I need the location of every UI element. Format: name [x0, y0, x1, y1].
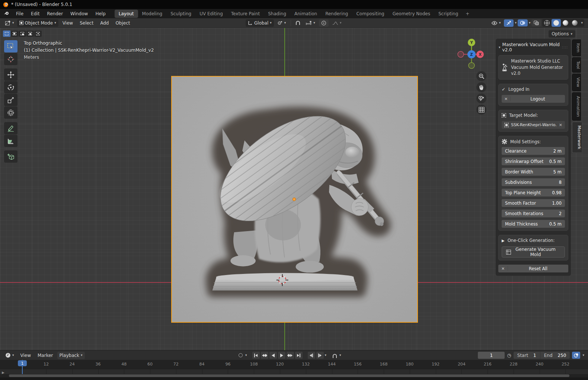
pivot-point-selector[interactable]: ▾	[275, 19, 288, 26]
tool-move[interactable]	[4, 68, 17, 81]
timeline-editor-selector[interactable]: ▾	[3, 351, 16, 359]
show-overlays-toggle[interactable]	[518, 19, 528, 26]
prev-keyframe-button[interactable]	[261, 352, 268, 359]
sidebar-tab[interactable]: Animation	[572, 92, 581, 121]
tool-scale[interactable]	[4, 94, 17, 106]
panel-header[interactable]: ▾ Masterwork Vacuum Mold v2.0 ::::	[498, 41, 568, 55]
chevron-down-icon[interactable]: ▾	[582, 354, 584, 357]
workspace-tab[interactable]: Compositing	[352, 10, 388, 18]
proportional-editing-toggle[interactable]	[319, 19, 329, 27]
shading-material-button[interactable]	[561, 19, 570, 27]
app-menu-button[interactable]	[0, 11, 12, 16]
viewport-menu-item[interactable]: Object	[112, 19, 133, 27]
viewport-3d[interactable]: Top Orthographic (1) Collection | SSK-Re…	[0, 28, 588, 350]
sidebar-tab[interactable]: Item	[572, 39, 581, 56]
next-keyframe-button[interactable]	[287, 352, 294, 359]
sidebar-tab[interactable]: Tool	[572, 57, 581, 73]
chevron-down-icon[interactable]: ▾	[579, 21, 584, 25]
workspace-tab[interactable]: Animation	[290, 10, 321, 18]
add-workspace-button[interactable]: +	[462, 10, 473, 17]
sidebar-tab[interactable]: Masterwork	[572, 122, 582, 153]
workspace-tab[interactable]: Texture Paint	[227, 10, 264, 18]
logout-button[interactable]: × Logout	[502, 95, 565, 103]
setting-slider[interactable]: Subdivisions 8	[502, 178, 565, 186]
timeline-scrollbar[interactable]	[0, 374, 588, 377]
snap-toggle[interactable]	[294, 20, 302, 26]
workspace-tab[interactable]: Layout	[115, 10, 138, 18]
scrollbar-thumb[interactable]	[9, 374, 569, 377]
proportional-falloff-selector[interactable]: ▾	[330, 20, 344, 26]
reset-all-button[interactable]: × Reset All	[498, 265, 568, 272]
y-negative-ball[interactable]	[469, 63, 474, 68]
expand-channel-icon[interactable]: ▶	[2, 371, 4, 374]
xray-toggle[interactable]	[531, 19, 541, 26]
jump-to-end-button[interactable]	[295, 352, 303, 359]
sidebar-tab[interactable]: View	[572, 74, 581, 91]
select-intersect-button[interactable]	[34, 31, 42, 37]
menu-item[interactable]: Help	[92, 10, 109, 17]
chevron-down-icon[interactable]: ▾	[529, 21, 531, 25]
start-frame-field[interactable]: Start 1	[514, 352, 540, 359]
mode-selector[interactable]: Object Mode ▾	[17, 19, 58, 27]
navigation-gizmo[interactable]: Y X Z	[456, 39, 487, 70]
end-frame-field[interactable]: End 250	[540, 352, 570, 359]
setting-slider[interactable]: Smooth Iterations 2	[502, 210, 565, 217]
keying-set-button[interactable]	[572, 352, 580, 359]
chevron-down-icon[interactable]: ▾	[515, 21, 517, 25]
menu-item[interactable]: Edit	[27, 10, 43, 17]
chevron-down-icon[interactable]: ▾	[339, 354, 341, 357]
vacuum-mold-object[interactable]	[171, 76, 418, 323]
workspace-tab[interactable]: Scripting	[434, 10, 462, 18]
panel-drag-dots[interactable]: ::::	[562, 45, 568, 49]
viewport-menu-item[interactable]: Select	[76, 19, 97, 27]
target-model-field[interactable]: SSK-RenKhepri-Warrio... ×	[502, 121, 565, 129]
tool-add-cube[interactable]	[4, 150, 17, 163]
camera-view-button[interactable]	[476, 93, 486, 103]
menu-item[interactable]: Render	[43, 10, 67, 17]
zoom-button[interactable]	[476, 71, 486, 81]
setting-slider[interactable]: Shrinkwrap Offset 0.5 m	[502, 157, 565, 165]
timeline-menu-item[interactable]: View	[17, 352, 34, 359]
auto-keying-toggle[interactable]	[237, 352, 244, 359]
playback-menu[interactable]: Playback ▾	[57, 352, 85, 359]
timeline-track-area[interactable]	[0, 369, 588, 374]
stopwatch-icon[interactable]: ◷	[507, 352, 511, 358]
select-extend-button[interactable]	[19, 31, 26, 37]
current-frame-field[interactable]: 1	[478, 352, 505, 359]
z-axis-ball[interactable]: Z	[467, 50, 476, 58]
setting-slider[interactable]: Top Plane Height 0.98	[502, 189, 565, 197]
y-axis-ball[interactable]: Y	[468, 39, 475, 46]
shading-wireframe-button[interactable]	[542, 19, 552, 27]
select-subtract-button[interactable]	[26, 31, 34, 37]
workspace-tab[interactable]: Rendering	[321, 10, 352, 18]
workspace-tab[interactable]: Geometry Nodes	[389, 10, 434, 18]
timeline-menu-item[interactable]: Marker	[34, 352, 56, 359]
setting-slider[interactable]: Border Width 5 m	[502, 168, 565, 176]
toggle-orthographic-button[interactable]	[476, 105, 486, 115]
workspace-tab[interactable]: UV Editing	[195, 10, 227, 18]
workspace-tab[interactable]: Sculpting	[166, 10, 195, 18]
x-axis-ball[interactable]: X	[476, 51, 484, 58]
jump-to-start-button[interactable]	[252, 352, 260, 359]
shading-rendered-button[interactable]	[570, 19, 579, 27]
tool-cursor[interactable]	[4, 53, 17, 65]
prev-frame-button[interactable]	[308, 352, 315, 359]
playhead-marker[interactable]: 1	[18, 360, 27, 366]
show-gizmo-toggle[interactable]	[504, 19, 514, 27]
options-button[interactable]: Options ▾	[549, 30, 575, 38]
chevron-down-icon[interactable]: ▾	[325, 354, 327, 357]
setting-slider[interactable]: Mold Thickness 0.5 m	[502, 220, 565, 228]
workspace-tab[interactable]: Shading	[264, 10, 290, 18]
timeline-ruler[interactable]: 1224364860728496108120132144156168180192…	[0, 360, 588, 369]
setting-slider[interactable]: Clearance 2 m	[502, 147, 565, 155]
setting-slider[interactable]: Smooth Factor 1.00	[502, 199, 565, 207]
x-negative-ball[interactable]	[458, 51, 464, 57]
timeline-snap-toggle[interactable]	[331, 352, 338, 359]
tool-measure[interactable]	[4, 135, 17, 147]
select-new-button[interactable]	[11, 31, 18, 37]
select-tweak-button[interactable]	[3, 31, 10, 37]
play-button[interactable]	[278, 352, 285, 359]
shading-solid-button[interactable]	[552, 19, 561, 27]
tool-transform[interactable]	[4, 106, 17, 119]
viewport-menu-item[interactable]: View	[59, 19, 76, 27]
